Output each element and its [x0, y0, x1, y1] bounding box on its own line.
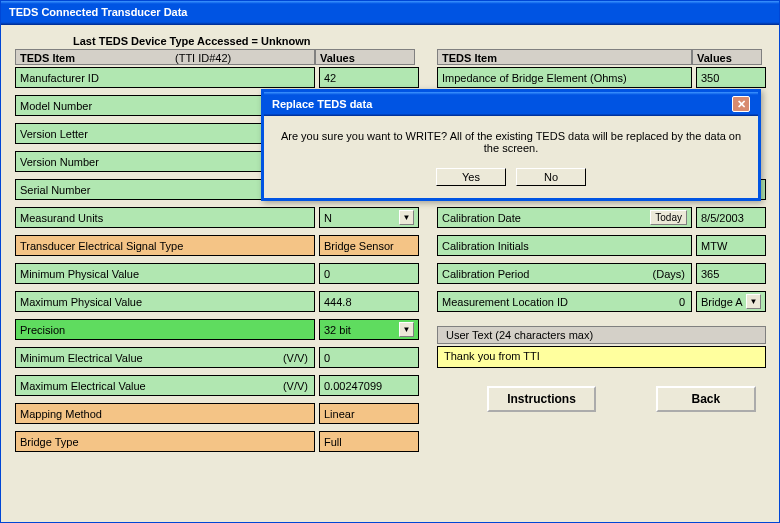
field-row: Calibration Period(Days)365 — [437, 263, 766, 284]
field-label-text: Measurand Units — [20, 212, 103, 224]
field-value-text: Full — [324, 436, 342, 448]
field-label-text: Bridge Type — [20, 436, 79, 448]
chevron-down-icon[interactable]: ▼ — [746, 294, 761, 309]
field-label-text: Maximum Electrical Value — [20, 380, 146, 392]
field-value[interactable]: Full — [319, 431, 419, 452]
field-value-text: 0 — [324, 268, 330, 280]
field-row: Maximum Physical Value444.8 — [15, 291, 419, 312]
close-icon: ✕ — [737, 98, 746, 111]
field-value[interactable]: MTW — [696, 235, 766, 256]
replace-teds-dialog: Replace TEDS data ✕ Are you sure you wan… — [261, 89, 761, 201]
field-value-text: 444.8 — [324, 296, 352, 308]
window-title: TEDS Connected Transducer Data — [9, 6, 188, 18]
field-label: Calibration DateToday — [437, 207, 692, 228]
field-value-text: Bridge A — [701, 296, 743, 308]
field-label-text: Manufacturer ID — [20, 72, 99, 84]
dialog-no-button[interactable]: No — [516, 168, 586, 186]
field-value-text: Linear — [324, 408, 355, 420]
field-row: Maximum Electrical Value(V/V)0.00247099 — [15, 375, 419, 396]
field-value-text: 365 — [701, 268, 719, 280]
back-button[interactable]: Back — [656, 386, 756, 412]
field-label-suffix: (V/V) — [283, 352, 310, 364]
field-label-text: Calibration Period — [442, 268, 529, 280]
dialog-close-button[interactable]: ✕ — [732, 96, 750, 112]
chevron-down-icon[interactable]: ▼ — [399, 210, 414, 225]
field-value-text: MTW — [701, 240, 727, 252]
field-row: Transducer Electrical Signal TypeBridge … — [15, 235, 419, 256]
field-value[interactable]: 0 — [319, 347, 419, 368]
field-row: Precision32 bit▼ — [15, 319, 419, 340]
field-label-text: Version Letter — [20, 128, 88, 140]
field-label-text: Precision — [20, 324, 65, 336]
last-device-header: Last TEDS Device Type Accessed = Unknown — [15, 35, 765, 47]
field-label-text: Calibration Initials — [442, 240, 529, 252]
field-value-text: 350 — [701, 72, 719, 84]
field-label: Manufacturer ID — [15, 67, 315, 88]
dialog-titlebar: Replace TEDS data ✕ — [264, 92, 758, 116]
chevron-down-icon[interactable]: ▼ — [399, 322, 414, 337]
field-row: Manufacturer ID42 — [15, 67, 419, 88]
today-button[interactable]: Today — [650, 210, 687, 225]
field-label: Bridge Type — [15, 431, 315, 452]
field-label: Precision — [15, 319, 315, 340]
right-col-header: TEDS Item Values — [437, 49, 766, 65]
field-value[interactable]: 42 — [319, 67, 419, 88]
field-label-text: Minimum Physical Value — [20, 268, 139, 280]
field-label-text: Calibration Date — [442, 212, 521, 224]
header-values-r: Values — [692, 49, 762, 65]
field-label: Minimum Physical Value — [15, 263, 315, 284]
field-label: Measurement Location ID0 — [437, 291, 692, 312]
field-value[interactable]: 365 — [696, 263, 766, 284]
field-value-text: 0 — [324, 352, 330, 364]
field-value[interactable]: 32 bit▼ — [319, 319, 419, 340]
field-label: Maximum Physical Value — [15, 291, 315, 312]
field-value-text: Bridge Sensor — [324, 240, 394, 252]
main-window: TEDS Connected Transducer Data Last TEDS… — [0, 0, 780, 523]
field-value-text: 42 — [324, 72, 336, 84]
field-row: Minimum Physical Value0 — [15, 263, 419, 284]
field-label: Transducer Electrical Signal Type — [15, 235, 315, 256]
field-value[interactable]: Linear — [319, 403, 419, 424]
field-value[interactable]: 8/5/2003 — [696, 207, 766, 228]
header-values: Values — [315, 49, 415, 65]
left-col-header: TEDS Item (TTI ID#42) Values — [15, 49, 419, 65]
header-teds-item-r: TEDS Item — [437, 49, 692, 65]
field-label-text: Version Number — [20, 156, 99, 168]
instructions-button[interactable]: Instructions — [487, 386, 596, 412]
field-row: Impedance of Bridge Element (Ohms)350 — [437, 67, 766, 88]
window-titlebar: TEDS Connected Transducer Data — [1, 1, 779, 25]
field-label-text: Minimum Electrical Value — [20, 352, 143, 364]
field-row: Measurand UnitsN▼ — [15, 207, 419, 228]
field-row: Calibration DateToday8/5/2003 — [437, 207, 766, 228]
field-value[interactable]: 0.00247099 — [319, 375, 419, 396]
field-value[interactable]: Bridge A▼ — [696, 291, 766, 312]
field-label-text: Mapping Method — [20, 408, 102, 420]
field-label-suffix: (V/V) — [283, 380, 310, 392]
field-label-suffix: 0 — [679, 296, 687, 308]
field-label: Maximum Electrical Value(V/V) — [15, 375, 315, 396]
field-label-text: Maximum Physical Value — [20, 296, 142, 308]
field-value[interactable]: 444.8 — [319, 291, 419, 312]
dialog-yes-button[interactable]: Yes — [436, 168, 506, 186]
field-label-text: Measurement Location ID — [442, 296, 568, 308]
field-value-text: 0.00247099 — [324, 380, 382, 392]
field-value[interactable]: 0 — [319, 263, 419, 284]
field-row: Measurement Location ID0Bridge A▼ — [437, 291, 766, 312]
dialog-message: Are you sure you want to WRITE? All of t… — [276, 130, 746, 154]
header-teds-item: TEDS Item — [20, 51, 75, 63]
header-tti-id: (TTI ID#42) — [75, 51, 231, 63]
field-value[interactable]: N▼ — [319, 207, 419, 228]
field-label-suffix: (Days) — [653, 268, 687, 280]
field-row: Mapping MethodLinear — [15, 403, 419, 424]
field-label: Mapping Method — [15, 403, 315, 424]
field-value-text: 32 bit — [324, 324, 351, 336]
field-label-text: Impedance of Bridge Element (Ohms) — [442, 72, 627, 84]
field-value[interactable]: 350 — [696, 67, 766, 88]
field-value-text: 8/5/2003 — [701, 212, 744, 224]
field-label-text: Serial Number — [20, 184, 90, 196]
user-text-value[interactable]: Thank you from TTI — [437, 346, 766, 368]
field-row: Bridge TypeFull — [15, 431, 419, 452]
field-value[interactable]: Bridge Sensor — [319, 235, 419, 256]
field-label: Impedance of Bridge Element (Ohms) — [437, 67, 692, 88]
field-label-text: Transducer Electrical Signal Type — [20, 240, 183, 252]
